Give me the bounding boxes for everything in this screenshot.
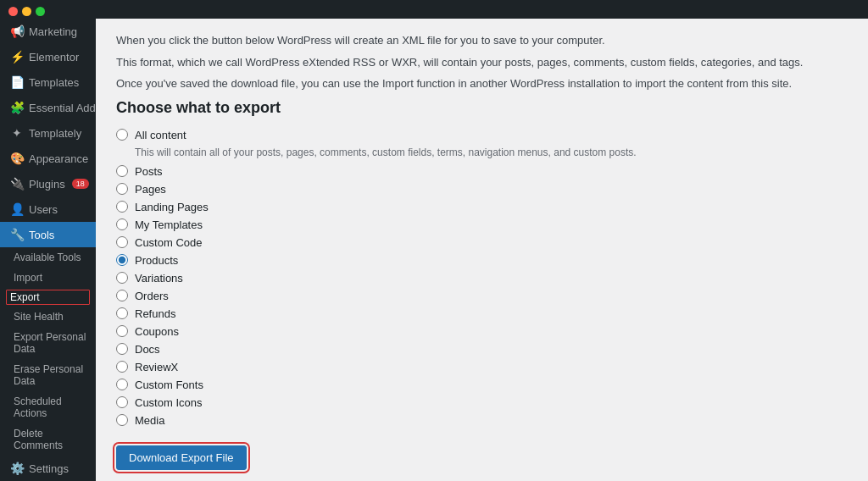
main-content: When you click the button below WordPres…: [96, 19, 868, 481]
close-button[interactable]: [8, 7, 18, 16]
option-pages[interactable]: Pages: [116, 183, 848, 196]
option-coupons[interactable]: Coupons: [116, 325, 848, 338]
sidebar-item-label: Essential Addons: [29, 102, 96, 114]
sidebar-item-label: Templately: [29, 127, 81, 140]
radio-variations[interactable]: [116, 272, 128, 284]
submenu-export[interactable]: Export: [5, 289, 91, 306]
sidebar-item-elementor[interactable]: ⚡ Elementor: [0, 44, 96, 69]
sidebar-item-label: Tools: [29, 229, 54, 241]
sidebar-item-users[interactable]: 👤 Users: [0, 196, 96, 222]
label-coupons: Coupons: [135, 325, 179, 338]
export-options: All content This will contain all of you…: [116, 129, 848, 427]
all-content-desc: This will contain all of your posts, pag…: [135, 147, 848, 158]
submenu-site-health[interactable]: Site Health: [0, 307, 96, 327]
radio-landing-pages[interactable]: [116, 201, 128, 213]
download-export-button[interactable]: Download Export File: [116, 445, 247, 470]
radio-reviewx[interactable]: [116, 361, 128, 373]
submenu-scheduled-actions[interactable]: Scheduled Actions: [0, 391, 96, 423]
radio-coupons[interactable]: [116, 325, 128, 337]
option-my-templates[interactable]: My Templates: [116, 218, 848, 231]
sidebar-item-label: Templates: [29, 76, 79, 89]
radio-custom-icons[interactable]: [116, 396, 128, 408]
radio-custom-fonts[interactable]: [116, 379, 128, 390]
label-pages: Pages: [135, 183, 166, 196]
sidebar-item-label: Appearance: [29, 152, 88, 165]
option-custom-code[interactable]: Custom Code: [116, 236, 848, 249]
option-refunds[interactable]: Refunds: [116, 307, 848, 320]
radio-refunds[interactable]: [116, 307, 128, 319]
option-media[interactable]: Media: [116, 414, 848, 427]
label-my-templates: My Templates: [135, 218, 203, 231]
radio-docs[interactable]: [116, 343, 128, 355]
label-products: Products: [135, 254, 178, 267]
marketing-icon: 📢: [10, 25, 24, 38]
appearance-icon: 🎨: [10, 152, 24, 165]
submenu-erase-personal-data[interactable]: Erase Personal Data: [0, 359, 96, 391]
intro-line-3: Once you've saved the download file, you…: [116, 75, 848, 92]
label-reviewx: ReviewX: [135, 361, 178, 373]
submenu-delete-comments[interactable]: Delete Comments: [0, 423, 96, 456]
option-reviewx[interactable]: ReviewX: [116, 361, 848, 373]
submenu-export-personal-data[interactable]: Export Personal Data: [0, 327, 96, 359]
sidebar-item-tools[interactable]: 🔧 Tools: [0, 222, 96, 247]
sidebar-item-essential-addons[interactable]: 🧩 Essential Addons: [0, 95, 96, 120]
sidebar-item-label: Settings: [29, 462, 69, 475]
submenu-available-tools[interactable]: Available Tools: [0, 247, 96, 268]
label-variations: Variations: [135, 272, 183, 285]
option-orders[interactable]: Orders: [116, 290, 848, 302]
elementor-icon: ⚡: [10, 50, 24, 64]
sidebar-item-settings[interactable]: ⚙️ Settings: [0, 456, 96, 481]
sidebar-item-templates[interactable]: 📄 Templates: [0, 69, 96, 95]
sidebar-item-plugins[interactable]: 🔌 Plugins 18: [0, 171, 96, 196]
settings-icon: ⚙️: [10, 462, 24, 475]
option-variations[interactable]: Variations: [116, 272, 848, 285]
option-custom-fonts[interactable]: Custom Fonts: [116, 379, 848, 391]
radio-options-list: PostsPagesLanding PagesMy TemplatesCusto…: [116, 165, 848, 427]
option-posts[interactable]: Posts: [116, 165, 848, 178]
sidebar: 📢 Marketing ⚡ Elementor 📄 Templates 🧩 Es…: [0, 19, 96, 481]
radio-pages[interactable]: [116, 183, 128, 195]
radio-products[interactable]: [116, 254, 128, 266]
minimize-button[interactable]: [22, 7, 31, 16]
option-landing-pages[interactable]: Landing Pages: [116, 201, 848, 213]
intro-line-2: This format, which we call WordPress eXt…: [116, 54, 848, 71]
option-custom-icons[interactable]: Custom Icons: [116, 396, 848, 409]
tools-icon: 🔧: [10, 228, 24, 241]
radio-all-content[interactable]: [116, 129, 128, 141]
sidebar-item-label: Plugins: [29, 178, 65, 191]
submenu-import[interactable]: Import: [0, 268, 96, 288]
sidebar-item-label: Marketing: [29, 25, 77, 38]
intro-line-1: When you click the button below WordPres…: [116, 32, 848, 49]
label-refunds: Refunds: [135, 307, 175, 320]
label-orders: Orders: [135, 290, 169, 302]
templately-icon: ✦: [10, 126, 24, 140]
label-custom-fonts: Custom Fonts: [135, 379, 203, 391]
plugins-badge: 18: [72, 179, 89, 189]
radio-custom-code[interactable]: [116, 236, 128, 248]
sidebar-item-label: Users: [29, 203, 58, 216]
label-custom-icons: Custom Icons: [135, 396, 202, 409]
plugins-icon: 🔌: [10, 177, 24, 191]
sidebar-item-marketing[interactable]: 📢 Marketing: [0, 19, 96, 44]
radio-my-templates[interactable]: [116, 218, 128, 230]
label-landing-pages: Landing Pages: [135, 201, 209, 213]
label-posts: Posts: [135, 165, 163, 178]
option-all-content[interactable]: All content: [116, 129, 848, 141]
option-docs[interactable]: Docs: [116, 343, 848, 356]
sidebar-item-templately[interactable]: ✦ Templately: [0, 120, 96, 146]
section-title: Choose what to export: [116, 99, 848, 117]
all-content-label: All content: [135, 129, 186, 141]
radio-posts[interactable]: [116, 165, 128, 177]
sidebar-item-appearance[interactable]: 🎨 Appearance: [0, 146, 96, 171]
essential-addons-icon: 🧩: [10, 101, 24, 114]
maximize-button[interactable]: [36, 7, 45, 16]
radio-orders[interactable]: [116, 290, 128, 301]
sidebar-item-label: Elementor: [29, 51, 79, 64]
radio-media[interactable]: [116, 414, 128, 426]
label-custom-code: Custom Code: [135, 236, 202, 249]
users-icon: 👤: [10, 202, 24, 216]
option-products[interactable]: Products: [116, 254, 848, 267]
label-docs: Docs: [135, 343, 160, 356]
templates-icon: 📄: [10, 75, 24, 89]
label-media: Media: [135, 414, 164, 427]
